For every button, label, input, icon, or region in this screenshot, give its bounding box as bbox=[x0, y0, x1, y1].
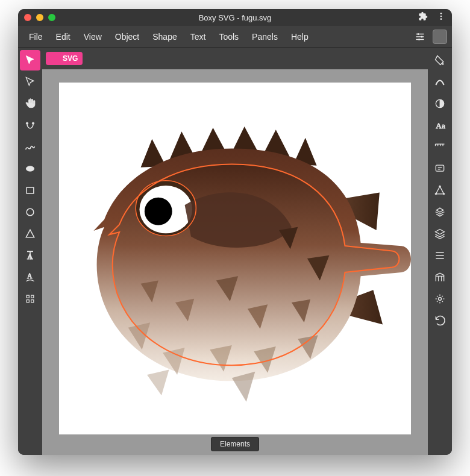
zoom-window-button[interactable] bbox=[48, 14, 55, 21]
svg-point-20 bbox=[439, 186, 441, 187]
svg-point-7 bbox=[32, 122, 34, 124]
path-panel-button[interactable] bbox=[430, 180, 450, 201]
edit-tool[interactable] bbox=[20, 72, 40, 92]
menu-edit[interactable]: Edit bbox=[50, 28, 77, 45]
svg-point-8 bbox=[26, 166, 34, 171]
more-icon[interactable] bbox=[436, 11, 446, 23]
svg-point-5 bbox=[418, 39, 420, 40]
pan-tool[interactable] bbox=[20, 93, 40, 114]
tool-options-bar: SVG bbox=[42, 48, 428, 69]
blob-tool[interactable] bbox=[20, 158, 40, 179]
svg-rect-19 bbox=[436, 165, 443, 171]
view-tool[interactable] bbox=[20, 289, 40, 309]
freehand-tool[interactable] bbox=[20, 137, 40, 157]
extension-icon[interactable] bbox=[418, 11, 428, 23]
app-window: Boxy SVG - fugu.svg File Edit View Objec… bbox=[18, 9, 452, 455]
svg-point-2 bbox=[440, 18, 442, 20]
menubar: File Edit View Object Shape Text Tools P… bbox=[18, 26, 452, 48]
svg-point-0 bbox=[440, 13, 442, 14]
titlebar: Boxy SVG - fugu.svg bbox=[18, 9, 452, 26]
rectangle-tool[interactable] bbox=[20, 180, 40, 201]
elements-tab[interactable]: Elements bbox=[211, 437, 259, 451]
triangle-tool[interactable] bbox=[20, 224, 40, 244]
settings-sliders-icon[interactable] bbox=[413, 30, 427, 43]
asterisk-icon bbox=[51, 54, 59, 63]
svg-point-6 bbox=[26, 122, 28, 124]
menu-tools[interactable]: Tools bbox=[213, 28, 245, 45]
menu-view[interactable]: View bbox=[78, 28, 108, 45]
svg-badge-label: SVG bbox=[63, 54, 78, 63]
svg-point-4 bbox=[421, 36, 423, 37]
shape-builder-tool[interactable] bbox=[20, 115, 40, 136]
menu-help[interactable]: Help bbox=[285, 28, 315, 45]
minimize-window-button[interactable] bbox=[36, 14, 43, 21]
menu-object[interactable]: Object bbox=[109, 28, 145, 45]
menu-file[interactable]: File bbox=[23, 28, 49, 45]
menu-text[interactable]: Text bbox=[184, 28, 212, 45]
text-tool[interactable]: A bbox=[20, 245, 40, 266]
svg-point-21 bbox=[443, 193, 445, 195]
svg-text:A: A bbox=[27, 252, 33, 261]
ellipse-tool[interactable] bbox=[20, 202, 40, 222]
menu-shape[interactable]: Shape bbox=[146, 28, 183, 45]
window-title: Boxy SVG - fugu.svg bbox=[18, 13, 452, 22]
svg-text:A: A bbox=[27, 272, 33, 280]
svg-point-3 bbox=[418, 33, 419, 35]
svg-point-15 bbox=[145, 198, 172, 225]
artboard[interactable] bbox=[59, 83, 411, 434]
objects-panel-button[interactable] bbox=[430, 245, 450, 266]
workarea: A A SVG bbox=[18, 48, 452, 455]
panels-column: Aa bbox=[428, 48, 452, 455]
fill-panel-button[interactable] bbox=[430, 50, 450, 70]
svg-badge[interactable]: SVG bbox=[46, 52, 83, 65]
select-tool[interactable] bbox=[20, 50, 40, 70]
library-panel-button[interactable] bbox=[430, 267, 450, 287]
canvas-wrap: SVG bbox=[42, 48, 428, 455]
window-controls bbox=[24, 14, 55, 21]
current-color-swatch[interactable] bbox=[433, 30, 447, 44]
fugu-illustration[interactable] bbox=[59, 83, 411, 434]
canvas-area[interactable]: Elements bbox=[42, 69, 428, 455]
text-path-tool[interactable]: A bbox=[20, 267, 40, 287]
tools-column: A A bbox=[18, 48, 42, 455]
layers-panel-button[interactable] bbox=[430, 224, 450, 244]
svg-text:Aa: Aa bbox=[436, 121, 445, 130]
generators-panel-button[interactable] bbox=[430, 289, 450, 309]
svg-point-10 bbox=[27, 208, 34, 216]
history-panel-button[interactable] bbox=[430, 310, 450, 331]
close-window-button[interactable] bbox=[24, 14, 31, 21]
svg-point-22 bbox=[435, 193, 437, 195]
menu-panels[interactable]: Panels bbox=[246, 28, 284, 45]
svg-rect-9 bbox=[27, 187, 34, 193]
svg-point-1 bbox=[440, 16, 442, 17]
compositing-panel-button[interactable] bbox=[430, 93, 450, 114]
typography-panel-button[interactable]: Aa bbox=[430, 115, 450, 136]
svg-point-23 bbox=[439, 298, 442, 301]
arrangement-panel-button[interactable] bbox=[430, 202, 450, 222]
meta-panel-button[interactable] bbox=[430, 158, 450, 179]
geometry-panel-button[interactable] bbox=[430, 137, 450, 157]
stroke-panel-button[interactable] bbox=[430, 72, 450, 92]
